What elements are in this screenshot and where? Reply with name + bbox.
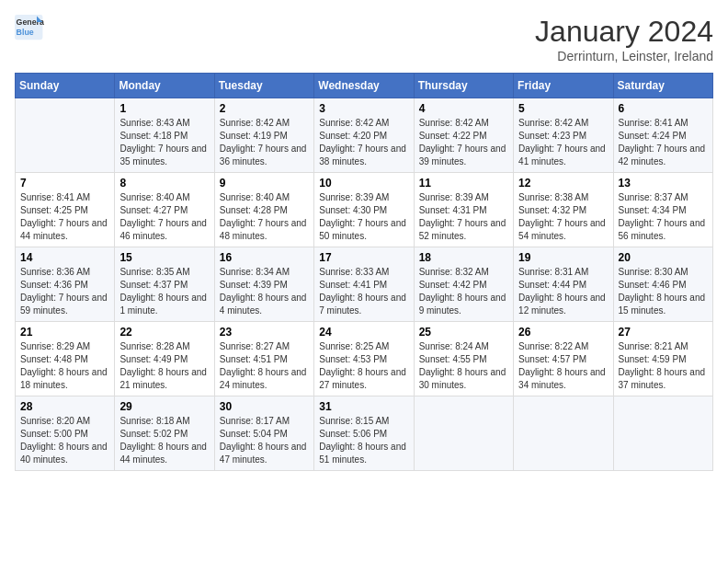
calendar-header-row: SundayMondayTuesdayWednesdayThursdayFrid… bbox=[16, 74, 713, 98]
day-number: 19 bbox=[518, 251, 608, 264]
day-number: 17 bbox=[319, 251, 408, 264]
calendar-cell: 22Sunrise: 8:28 AMSunset: 4:49 PMDayligh… bbox=[115, 322, 214, 396]
day-info: Sunrise: 8:22 AMSunset: 4:57 PMDaylight:… bbox=[518, 340, 608, 392]
calendar-table: SundayMondayTuesdayWednesdayThursdayFrid… bbox=[15, 73, 713, 471]
day-number: 11 bbox=[419, 177, 508, 190]
col-header-monday: Monday bbox=[115, 74, 214, 98]
calendar-cell: 30Sunrise: 8:17 AMSunset: 5:04 PMDayligh… bbox=[214, 396, 313, 471]
day-number: 24 bbox=[319, 326, 408, 339]
calendar-cell: 14Sunrise: 8:36 AMSunset: 4:36 PMDayligh… bbox=[16, 247, 115, 322]
calendar-cell: 24Sunrise: 8:25 AMSunset: 4:53 PMDayligh… bbox=[314, 322, 414, 396]
calendar-week-row: 28Sunrise: 8:20 AMSunset: 5:00 PMDayligh… bbox=[16, 396, 713, 471]
day-info: Sunrise: 8:25 AMSunset: 4:53 PMDaylight:… bbox=[319, 340, 408, 392]
day-number: 22 bbox=[119, 326, 209, 339]
calendar-cell: 31Sunrise: 8:15 AMSunset: 5:06 PMDayligh… bbox=[314, 396, 414, 471]
day-number: 30 bbox=[220, 400, 309, 413]
logo: General Blue bbox=[15, 15, 44, 40]
calendar-cell: 12Sunrise: 8:38 AMSunset: 4:32 PMDayligh… bbox=[514, 173, 613, 247]
title-block: January 2024 Derrinturn, Leinster, Irela… bbox=[535, 15, 713, 63]
calendar-cell: 18Sunrise: 8:32 AMSunset: 4:42 PMDayligh… bbox=[414, 247, 513, 322]
calendar-cell: 28Sunrise: 8:20 AMSunset: 5:00 PMDayligh… bbox=[16, 396, 115, 471]
calendar-cell: 21Sunrise: 8:29 AMSunset: 4:48 PMDayligh… bbox=[16, 322, 115, 396]
col-header-friday: Friday bbox=[514, 74, 613, 98]
day-info: Sunrise: 8:42 AMSunset: 4:22 PMDaylight:… bbox=[419, 117, 508, 168]
day-number: 16 bbox=[220, 251, 309, 264]
day-info: Sunrise: 8:24 AMSunset: 4:55 PMDaylight:… bbox=[419, 340, 508, 392]
day-info: Sunrise: 8:43 AMSunset: 4:18 PMDaylight:… bbox=[119, 117, 209, 168]
day-number: 4 bbox=[419, 102, 508, 115]
day-info: Sunrise: 8:37 AMSunset: 4:34 PMDaylight:… bbox=[619, 191, 708, 243]
logo-icon: General Blue bbox=[15, 15, 44, 40]
day-number: 6 bbox=[619, 102, 708, 115]
day-info: Sunrise: 8:40 AMSunset: 4:27 PMDaylight:… bbox=[119, 191, 209, 243]
day-number: 5 bbox=[518, 102, 608, 115]
calendar-cell: 1Sunrise: 8:43 AMSunset: 4:18 PMDaylight… bbox=[115, 98, 214, 173]
day-info: Sunrise: 8:35 AMSunset: 4:37 PMDaylight:… bbox=[119, 266, 209, 317]
day-number: 13 bbox=[619, 177, 708, 190]
calendar-cell: 11Sunrise: 8:39 AMSunset: 4:31 PMDayligh… bbox=[414, 173, 513, 247]
day-number: 27 bbox=[619, 326, 708, 339]
calendar-cell bbox=[414, 396, 513, 471]
day-number: 26 bbox=[518, 326, 608, 339]
svg-text:General: General bbox=[17, 17, 44, 27]
calendar-cell: 29Sunrise: 8:18 AMSunset: 5:02 PMDayligh… bbox=[115, 396, 214, 471]
calendar-cell: 8Sunrise: 8:40 AMSunset: 4:27 PMDaylight… bbox=[115, 173, 214, 247]
calendar-cell: 25Sunrise: 8:24 AMSunset: 4:55 PMDayligh… bbox=[414, 322, 513, 396]
day-number: 1 bbox=[119, 102, 209, 115]
calendar-cell: 3Sunrise: 8:42 AMSunset: 4:20 PMDaylight… bbox=[314, 98, 414, 173]
calendar-cell: 10Sunrise: 8:39 AMSunset: 4:30 PMDayligh… bbox=[314, 173, 414, 247]
calendar-cell bbox=[16, 98, 115, 173]
calendar-cell: 23Sunrise: 8:27 AMSunset: 4:51 PMDayligh… bbox=[214, 322, 313, 396]
col-header-wednesday: Wednesday bbox=[314, 74, 414, 98]
calendar-cell: 26Sunrise: 8:22 AMSunset: 4:57 PMDayligh… bbox=[514, 322, 613, 396]
calendar-cell: 20Sunrise: 8:30 AMSunset: 4:46 PMDayligh… bbox=[613, 247, 712, 322]
day-info: Sunrise: 8:41 AMSunset: 4:24 PMDaylight:… bbox=[619, 117, 708, 168]
day-number: 15 bbox=[119, 251, 209, 264]
calendar-cell: 13Sunrise: 8:37 AMSunset: 4:34 PMDayligh… bbox=[613, 173, 712, 247]
day-info: Sunrise: 8:42 AMSunset: 4:19 PMDaylight:… bbox=[220, 117, 309, 168]
day-number: 3 bbox=[319, 102, 408, 115]
day-info: Sunrise: 8:40 AMSunset: 4:28 PMDaylight:… bbox=[220, 191, 309, 243]
day-number: 2 bbox=[220, 102, 309, 115]
day-number: 12 bbox=[518, 177, 608, 190]
day-info: Sunrise: 8:21 AMSunset: 4:59 PMDaylight:… bbox=[619, 340, 708, 392]
location-subtitle: Derrinturn, Leinster, Ireland bbox=[535, 49, 713, 63]
calendar-cell: 2Sunrise: 8:42 AMSunset: 4:19 PMDaylight… bbox=[214, 98, 313, 173]
day-info: Sunrise: 8:20 AMSunset: 5:00 PMDaylight:… bbox=[20, 415, 109, 466]
day-info: Sunrise: 8:42 AMSunset: 4:20 PMDaylight:… bbox=[319, 117, 408, 168]
day-info: Sunrise: 8:29 AMSunset: 4:48 PMDaylight:… bbox=[20, 340, 109, 392]
day-number: 7 bbox=[20, 177, 109, 190]
day-info: Sunrise: 8:34 AMSunset: 4:39 PMDaylight:… bbox=[220, 266, 309, 317]
svg-text:Blue: Blue bbox=[17, 28, 34, 37]
day-info: Sunrise: 8:39 AMSunset: 4:30 PMDaylight:… bbox=[319, 191, 408, 243]
day-number: 10 bbox=[319, 177, 408, 190]
day-info: Sunrise: 8:38 AMSunset: 4:32 PMDaylight:… bbox=[518, 191, 608, 243]
day-number: 21 bbox=[20, 326, 109, 339]
col-header-saturday: Saturday bbox=[613, 74, 712, 98]
calendar-cell: 27Sunrise: 8:21 AMSunset: 4:59 PMDayligh… bbox=[613, 322, 712, 396]
calendar-cell: 9Sunrise: 8:40 AMSunset: 4:28 PMDaylight… bbox=[214, 173, 313, 247]
day-info: Sunrise: 8:30 AMSunset: 4:46 PMDaylight:… bbox=[619, 266, 708, 317]
day-number: 18 bbox=[419, 251, 508, 264]
calendar-cell bbox=[613, 396, 712, 471]
calendar-cell: 7Sunrise: 8:41 AMSunset: 4:25 PMDaylight… bbox=[16, 173, 115, 247]
calendar-week-row: 14Sunrise: 8:36 AMSunset: 4:36 PMDayligh… bbox=[16, 247, 713, 322]
day-info: Sunrise: 8:27 AMSunset: 4:51 PMDaylight:… bbox=[220, 340, 309, 392]
day-info: Sunrise: 8:39 AMSunset: 4:31 PMDaylight:… bbox=[419, 191, 508, 243]
day-number: 28 bbox=[20, 400, 109, 413]
day-info: Sunrise: 8:31 AMSunset: 4:44 PMDaylight:… bbox=[518, 266, 608, 317]
calendar-week-row: 1Sunrise: 8:43 AMSunset: 4:18 PMDaylight… bbox=[16, 98, 713, 173]
day-info: Sunrise: 8:28 AMSunset: 4:49 PMDaylight:… bbox=[119, 340, 209, 392]
calendar-cell: 17Sunrise: 8:33 AMSunset: 4:41 PMDayligh… bbox=[314, 247, 414, 322]
day-number: 23 bbox=[220, 326, 309, 339]
col-header-tuesday: Tuesday bbox=[214, 74, 313, 98]
day-number: 20 bbox=[619, 251, 708, 264]
calendar-cell: 16Sunrise: 8:34 AMSunset: 4:39 PMDayligh… bbox=[214, 247, 313, 322]
day-info: Sunrise: 8:17 AMSunset: 5:04 PMDaylight:… bbox=[220, 415, 309, 466]
day-info: Sunrise: 8:15 AMSunset: 5:06 PMDaylight:… bbox=[319, 415, 408, 466]
day-number: 8 bbox=[119, 177, 209, 190]
calendar-cell: 5Sunrise: 8:42 AMSunset: 4:23 PMDaylight… bbox=[514, 98, 613, 173]
day-info: Sunrise: 8:32 AMSunset: 4:42 PMDaylight:… bbox=[419, 266, 508, 317]
calendar-week-row: 21Sunrise: 8:29 AMSunset: 4:48 PMDayligh… bbox=[16, 322, 713, 396]
day-info: Sunrise: 8:18 AMSunset: 5:02 PMDaylight:… bbox=[119, 415, 209, 466]
